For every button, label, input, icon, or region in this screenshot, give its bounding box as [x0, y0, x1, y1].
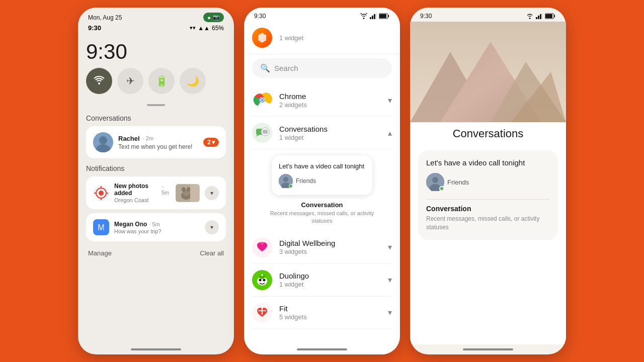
- friends-avatar-3: [426, 173, 444, 191]
- manage-button[interactable]: Manage: [88, 249, 112, 257]
- phone1-main: 9:30 ✈ 🔋 🌙 Conversations: [78, 36, 234, 344]
- megan-app-icon: M: [93, 219, 109, 235]
- svg-point-44: [261, 274, 263, 276]
- svg-rect-33: [263, 130, 268, 134]
- rachel-time: · 2m: [143, 135, 153, 141]
- conversations-widget-row[interactable]: Conversations 1 widget ▴: [252, 117, 392, 149]
- rachel-badge: 2 ▾: [203, 138, 219, 147]
- clear-all-button[interactable]: Clear all: [200, 249, 224, 257]
- megan-expand-btn[interactable]: ▾: [205, 220, 219, 234]
- video-call-text-3: Let's have a video call tonight: [426, 158, 550, 167]
- conversation-widget-preview[interactable]: Let's have a video call tonight Friends: [272, 155, 372, 195]
- photos-subtitle: Oregon Coast: [114, 197, 171, 203]
- manage-bar: Manage Clear all: [86, 245, 226, 257]
- battery-icon-3: [545, 13, 556, 19]
- search-placeholder: Search: [274, 64, 298, 72]
- conversations-label: Conversations: [86, 114, 226, 122]
- duolingo-count: 1 widget: [279, 281, 381, 288]
- duolingo-widget-row[interactable]: Duolingo 1 widget ▾: [252, 264, 392, 297]
- search-icon-2: 🔍: [260, 63, 270, 73]
- photos-expand-btn[interactable]: ▾: [205, 186, 219, 200]
- home-bar-2: [297, 348, 347, 350]
- scrolled-app-count: 1 widget: [279, 34, 392, 42]
- online-dot-3: [439, 186, 444, 191]
- wellbeing-info: Digital Wellbeing 3 widgets: [279, 239, 381, 255]
- battery-icon-2: [379, 13, 390, 19]
- airplane-toggle[interactable]: ✈: [117, 68, 143, 94]
- wifi-toggle[interactable]: [86, 68, 112, 94]
- svg-point-13: [182, 187, 186, 192]
- rachel-info: Rachel · 2m Text me when you get here!: [118, 135, 198, 150]
- time-label-2: 9:30: [254, 13, 266, 20]
- svg-point-59: [432, 177, 438, 183]
- battery-saver-icon: 🔋: [155, 75, 168, 87]
- conversations-icon: [252, 123, 272, 143]
- svg-rect-15: [190, 185, 199, 202]
- duolingo-chevron[interactable]: ▾: [388, 275, 392, 285]
- friends-row-3: Friends: [426, 173, 550, 191]
- svg-rect-52: [545, 14, 552, 18]
- conversation-widget-label: Conversation: [260, 201, 384, 209]
- home-indicator-3: [410, 344, 566, 354]
- wifi-icon-2: [360, 13, 368, 19]
- home-bar-1: [131, 348, 181, 350]
- moon-icon: 🌙: [187, 75, 199, 87]
- svg-point-29: [261, 99, 263, 101]
- conversations-name: Conversations: [279, 125, 381, 133]
- photos-info: New photos added · 5m Oregon Coast: [114, 183, 171, 203]
- photo-thumbnail: [176, 184, 200, 202]
- fit-widget-row[interactable]: Fit 5 widgets ▾: [252, 297, 392, 329]
- mountain-svg: [410, 22, 566, 122]
- phone-2: 9:30: [244, 8, 400, 354]
- status-date-time: Mon, Aug 25: [88, 14, 122, 21]
- megan-info: Megan Ono · 5m How was your trip?: [114, 221, 200, 234]
- svg-point-1: [99, 136, 107, 144]
- svg-rect-51: [554, 15, 555, 18]
- megan-message: How was your trip?: [114, 228, 200, 234]
- battery-label: 65%: [212, 25, 224, 32]
- fit-chevron[interactable]: ▾: [388, 308, 392, 317]
- rachel-conversation-card[interactable]: Rachel · 2m Text me when you get here! 2…: [86, 126, 226, 158]
- status-icons-3: [526, 13, 556, 19]
- phone-3: 9:30: [410, 8, 566, 354]
- time-label-1: 9:30: [88, 24, 101, 32]
- rachel-message: Text me when you get here!: [118, 143, 198, 150]
- svg-point-35: [283, 177, 288, 182]
- dnd-toggle[interactable]: 🌙: [180, 68, 206, 94]
- conv-desc-3: Recent messages, missed calls, or activi…: [426, 215, 550, 232]
- megan-notification[interactable]: M Megan Ono · 5m How was your trip? ▾: [86, 213, 226, 241]
- status-bar-1: Mon, Aug 25 ● 📷: [78, 8, 234, 24]
- phone3-main: Conversations Let's have a video call to…: [410, 22, 566, 344]
- duolingo-info: Duolingo 1 widget: [279, 272, 381, 288]
- status-bar-3: 9:30: [410, 8, 566, 22]
- conversations-info: Conversations 1 widget: [279, 125, 381, 141]
- friends-label: Friends: [296, 177, 316, 185]
- phone3-bottom-sheet: Conversations Let's have a video call to…: [410, 110, 566, 344]
- conversations-chevron[interactable]: ▴: [388, 128, 392, 138]
- friends-label-3: Friends: [447, 178, 469, 186]
- wellbeing-chevron[interactable]: ▾: [388, 242, 392, 252]
- chrome-count: 2 widgets: [279, 101, 381, 109]
- friends-row: Friends: [279, 174, 365, 188]
- conversations-count: 1 widget: [279, 134, 381, 141]
- wellbeing-icon: [252, 237, 272, 257]
- time-label-3: 9:30: [420, 13, 432, 20]
- battery-saver-toggle[interactable]: 🔋: [148, 68, 175, 94]
- wellbeing-widget-row[interactable]: Digital Wellbeing 3 widgets ▾: [252, 231, 392, 264]
- recording-chip: ● 📷: [203, 13, 224, 22]
- time-display: 9:30: [86, 40, 226, 64]
- chrome-widget-row[interactable]: Chrome 2 widgets ▾: [252, 84, 392, 117]
- svg-rect-19: [372, 16, 373, 19]
- scrolled-app-info: 1 widget: [279, 34, 392, 42]
- signal-icon-2: [370, 13, 377, 19]
- svg-rect-24: [379, 14, 386, 18]
- chrome-chevron[interactable]: ▾: [388, 96, 392, 105]
- search-bar[interactable]: 🔍 Search: [252, 58, 392, 78]
- photos-app-icon: [93, 185, 109, 201]
- svg-rect-48: [540, 14, 541, 19]
- record-dot: ●: [207, 15, 211, 21]
- photos-notification[interactable]: New photos added · 5m Oregon Coast: [86, 176, 226, 209]
- conversation-widget-card[interactable]: Let's have a video call tonight Friends …: [418, 150, 558, 240]
- date-label: Mon, Aug 25: [88, 14, 122, 21]
- widget-list: Chrome 2 widgets ▾ Conversations 1 widge…: [244, 84, 400, 344]
